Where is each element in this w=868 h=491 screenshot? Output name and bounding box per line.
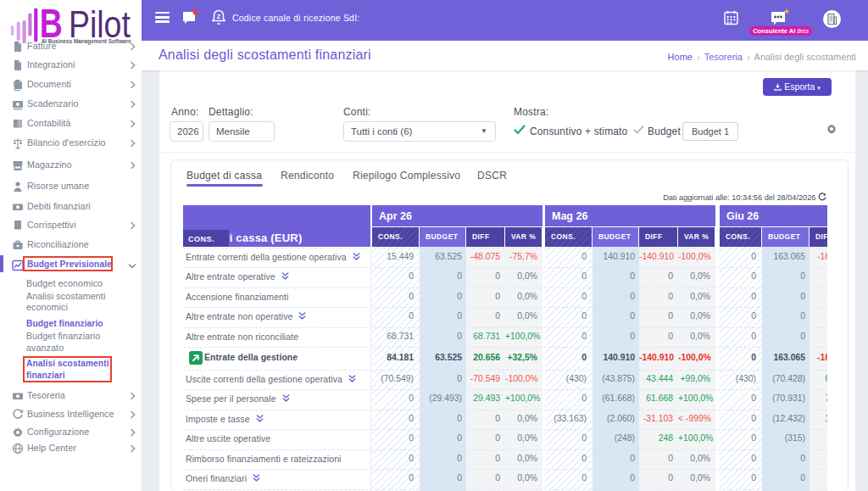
svg-text:AI Business Management Softwar: AI Business Management Software [42,38,131,45]
svg-text:Z: Z [217,13,221,20]
